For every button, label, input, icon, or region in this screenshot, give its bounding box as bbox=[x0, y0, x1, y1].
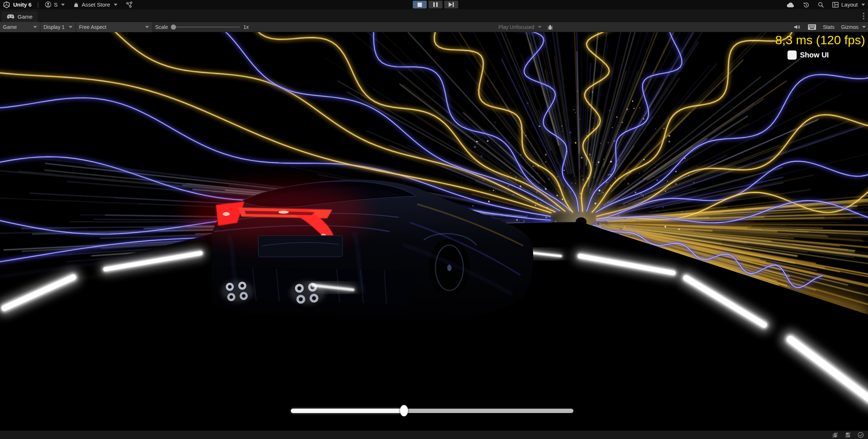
game-mode-label: Game bbox=[3, 24, 17, 30]
scale-slider-knob[interactable] bbox=[171, 25, 176, 30]
play-stop-button[interactable] bbox=[413, 1, 427, 8]
game-view-toolbar: Game Display 1 Free Aspect Scale 1x Play… bbox=[0, 22, 868, 32]
history-icon bbox=[802, 1, 810, 8]
tab-bar: Game bbox=[0, 9, 868, 22]
input-keyboard-button[interactable] bbox=[808, 24, 816, 30]
chevron-down-icon bbox=[61, 4, 65, 6]
asset-store-menu[interactable]: Asset Store bbox=[73, 1, 117, 8]
asset-store-label: Asset Store bbox=[82, 1, 110, 8]
game-ui-slider[interactable] bbox=[291, 409, 573, 413]
unity-logo-icon bbox=[3, 1, 10, 8]
check-circle-icon bbox=[857, 431, 864, 439]
step-button[interactable] bbox=[444, 1, 458, 8]
account-menu[interactable]: S bbox=[45, 1, 65, 8]
display-label: Display 1 bbox=[44, 24, 65, 30]
cache-disabled-button[interactable] bbox=[844, 431, 852, 439]
layout-label: Layout bbox=[841, 1, 858, 8]
show-ui-label: Show UI bbox=[800, 51, 829, 59]
speaker-icon bbox=[793, 23, 801, 31]
chevron-down-icon bbox=[861, 4, 865, 6]
chevron-down-icon bbox=[33, 26, 37, 28]
background-tasks-button[interactable] bbox=[857, 431, 864, 439]
gizmos-dropdown[interactable]: Gizmos bbox=[841, 24, 866, 30]
scale-value: 1x bbox=[243, 24, 249, 30]
scale-slider[interactable] bbox=[172, 27, 240, 27]
play-focus-dropdown[interactable]: Play Unfocused bbox=[498, 22, 554, 32]
layout-grid-icon bbox=[832, 1, 839, 8]
game-viewport: 8,3 ms (120 fps) Show UI bbox=[0, 32, 868, 430]
history-button[interactable] bbox=[802, 1, 810, 8]
pause-bars-icon bbox=[433, 2, 438, 7]
show-ui-control: Show UI bbox=[787, 50, 829, 60]
bug-icon bbox=[547, 24, 554, 31]
gamepad-icon bbox=[7, 14, 15, 20]
game-mode-dropdown[interactable]: Game bbox=[0, 22, 40, 32]
tab-game-label: Game bbox=[18, 14, 33, 20]
cloud-icon bbox=[786, 1, 795, 8]
chevron-down-icon bbox=[862, 26, 866, 28]
foreground-lights bbox=[313, 285, 353, 290]
cloud-button[interactable] bbox=[786, 1, 795, 8]
version-control-button[interactable] bbox=[126, 1, 133, 8]
debugger-disabled-button[interactable] bbox=[831, 431, 839, 439]
app-title: Unity 6 bbox=[13, 1, 31, 8]
pause-button[interactable] bbox=[429, 1, 442, 8]
chevron-down-icon bbox=[69, 26, 72, 28]
game-ui-slider-fill bbox=[291, 409, 404, 413]
branch-network-icon bbox=[126, 1, 133, 8]
shopping-bag-icon bbox=[73, 1, 79, 8]
search-button[interactable] bbox=[817, 1, 824, 8]
chevron-down-icon bbox=[538, 26, 542, 28]
aspect-ratio-dropdown[interactable]: Free Aspect bbox=[76, 22, 152, 32]
tab-game[interactable]: Game bbox=[1, 11, 38, 22]
status-bar bbox=[0, 430, 868, 439]
gizmos-label: Gizmos bbox=[841, 24, 858, 30]
account-label: S bbox=[54, 1, 57, 8]
layout-menu[interactable]: Layout bbox=[832, 1, 865, 8]
performance-overlay: 8,3 ms (120 fps) bbox=[775, 33, 865, 47]
show-ui-checkbox[interactable] bbox=[787, 50, 797, 60]
display-dropdown[interactable]: Display 1 bbox=[41, 22, 76, 32]
scale-label: Scale bbox=[155, 24, 168, 30]
database-slash-icon bbox=[844, 431, 852, 439]
game-render bbox=[0, 32, 868, 430]
mute-audio-button[interactable] bbox=[793, 23, 801, 31]
play-focus-label: Play Unfocused bbox=[498, 24, 534, 30]
bug-slash-icon bbox=[831, 431, 839, 439]
step-forward-icon bbox=[449, 2, 454, 7]
keyboard-icon bbox=[808, 24, 816, 30]
person-circle-icon bbox=[45, 1, 52, 8]
chevron-down-icon bbox=[114, 4, 117, 6]
debug-bug-button[interactable] bbox=[547, 24, 554, 31]
scale-control: Scale 1x bbox=[155, 22, 249, 32]
aspect-label: Free Aspect bbox=[79, 24, 106, 30]
divider: | bbox=[37, 1, 39, 8]
search-icon bbox=[817, 1, 824, 8]
license-plate-recess bbox=[258, 236, 343, 257]
main-menu-bar: Unity 6 | S Asset Store bbox=[0, 0, 868, 9]
stop-square-icon bbox=[418, 3, 422, 7]
chevron-down-icon bbox=[145, 26, 149, 28]
stats-toggle[interactable]: Stats bbox=[823, 24, 835, 30]
tab-options-menu[interactable] bbox=[863, 13, 864, 19]
game-ui-slider-handle[interactable] bbox=[400, 405, 408, 416]
